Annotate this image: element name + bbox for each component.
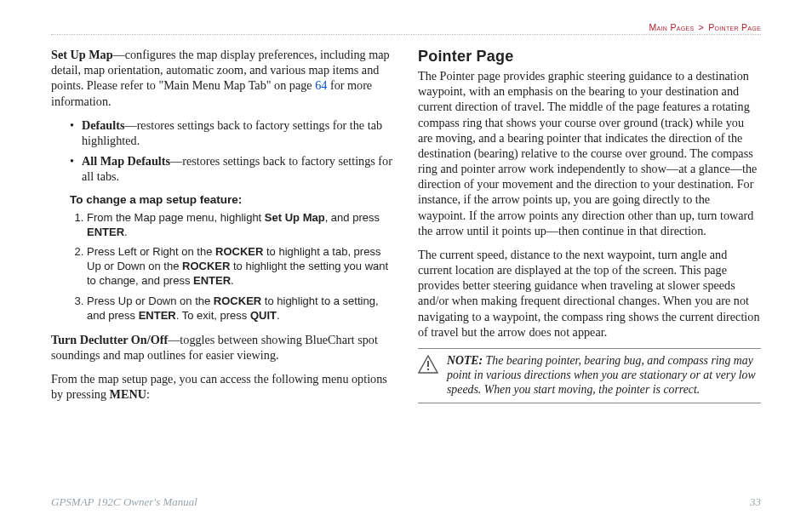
note-block: NOTE: The bearing pointer, bearing bug, …: [418, 348, 761, 403]
pointer-page-p2: The current speed, distance to the next …: [418, 247, 761, 340]
step-3: Press Up or Down on the ROCKER to highli…: [87, 294, 394, 323]
breadcrumb-separator: >: [699, 22, 704, 32]
breadcrumb: Main Pages > Pointer Page: [51, 22, 761, 35]
step-2: Press Left or Right on the ROCKER to hig…: [87, 245, 394, 289]
manual-page: Main Pages > Pointer Page Set Up Map—con…: [0, 0, 812, 526]
page-link-64[interactable]: 64: [315, 78, 327, 92]
footer-manual-title: GPSMAP 192C Owner's Manual: [51, 495, 197, 509]
menu-options-paragraph: From the map setup page, you can access …: [51, 371, 394, 402]
list-item: All Map Defaults—restores settings back …: [70, 153, 394, 184]
setup-map-paragraph: Set Up Map—configures the map display pr…: [51, 47, 394, 109]
defaults-text: —restores settings back to factory setti…: [82, 118, 382, 147]
all-defaults-lead: All Map Defaults: [82, 154, 170, 168]
pointer-page-p1: The Pointer page provides graphic steeri…: [418, 68, 761, 238]
right-column: Pointer Page The Pointer page provides g…: [418, 47, 761, 411]
note-body: The bearing pointer, bearing bug, and co…: [447, 354, 756, 396]
declutter-paragraph: Turn Declutter On/Off—toggles between sh…: [51, 332, 394, 363]
pointer-page-heading: Pointer Page: [418, 47, 761, 66]
defaults-lead: Defaults: [82, 118, 124, 132]
svg-rect-2: [427, 369, 429, 370]
procedure-title: To change a map setup feature:: [70, 192, 394, 207]
footer-page-number: 33: [750, 495, 761, 509]
defaults-list: Defaults—restores settings back to facto…: [51, 117, 394, 185]
declutter-lead: Turn Declutter On/Off: [51, 333, 168, 346]
procedure-steps: From the Map page menu, highlight Set Up…: [70, 211, 394, 323]
note-lead: NOTE:: [447, 354, 483, 367]
setup-map-lead: Set Up Map: [51, 48, 113, 61]
content-columns: Set Up Map—configures the map display pr…: [51, 47, 761, 411]
left-column: Set Up Map—configures the map display pr…: [51, 47, 394, 411]
breadcrumb-section: Main Pages: [649, 22, 695, 32]
svg-rect-1: [427, 361, 429, 367]
note-text: NOTE: The bearing pointer, bearing bug, …: [447, 353, 761, 397]
warning-triangle-icon: [418, 355, 438, 377]
step-1: From the Map page menu, highlight Set Up…: [87, 211, 394, 240]
list-item: Defaults—restores settings back to facto…: [70, 117, 394, 148]
page-footer: GPSMAP 192C Owner's Manual 33: [51, 495, 761, 509]
breadcrumb-page: Pointer Page: [708, 22, 761, 32]
procedure-block: To change a map setup feature: From the …: [51, 192, 394, 323]
